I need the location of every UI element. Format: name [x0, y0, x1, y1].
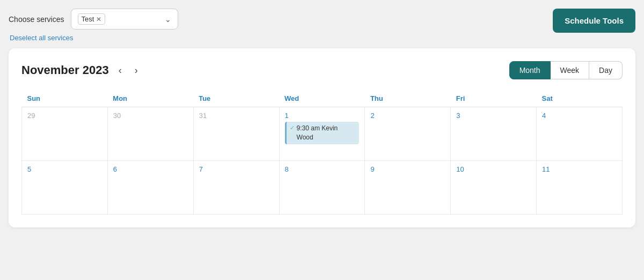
calendar-event[interactable]: ✓9:30 am Kevin Wood: [285, 122, 360, 144]
calendar-day-cell[interactable]: 6: [107, 161, 193, 215]
calendar-day-cell[interactable]: 5: [22, 161, 108, 215]
month-view-button[interactable]: Month: [509, 61, 551, 79]
top-bar: Choose services Test ✕ ⌄ Deselect all se…: [9, 9, 635, 42]
calendar-container: November 2023 ‹ › Month Week Day Sun Mon…: [9, 48, 635, 227]
day-number: 4: [542, 112, 617, 120]
calendar-day-cell[interactable]: 31: [193, 107, 279, 161]
calendar-grid: Sun Mon Tue Wed Thu Fri Sat 2930311✓9:30…: [21, 90, 623, 215]
calendar-day-cell[interactable]: 3: [451, 107, 537, 161]
top-left: Choose services Test ✕ ⌄ Deselect all se…: [9, 9, 178, 42]
col-fri: Fri: [451, 90, 537, 107]
day-number: 9: [370, 165, 445, 173]
calendar-day-cell[interactable]: 8: [279, 161, 365, 215]
day-number: 3: [456, 112, 531, 120]
view-toggle: Month Week Day: [509, 61, 623, 79]
event-label: 9:30 am Kevin Wood: [297, 124, 356, 142]
deselect-all-link[interactable]: Deselect all services: [10, 34, 178, 42]
day-number: 7: [199, 165, 274, 173]
col-mon: Mon: [107, 90, 193, 107]
col-sun: Sun: [22, 90, 108, 107]
day-number: 10: [456, 165, 531, 173]
day-number: 29: [27, 112, 102, 120]
service-select-left: Test ✕: [78, 13, 106, 25]
calendar-day-cell[interactable]: 7: [193, 161, 279, 215]
calendar-day-cell[interactable]: 30: [107, 107, 193, 161]
calendar-title-group: November 2023 ‹ ›: [21, 63, 141, 77]
calendar-day-cell[interactable]: 29: [22, 107, 108, 161]
calendar-day-cell[interactable]: 1✓9:30 am Kevin Wood: [279, 107, 365, 161]
schedule-tools-button[interactable]: Schedule Tools: [553, 9, 635, 33]
col-wed: Wed: [279, 90, 365, 107]
col-tue: Tue: [193, 90, 279, 107]
choose-services-label: Choose services: [9, 15, 64, 24]
col-thu: Thu: [365, 90, 451, 107]
calendar-day-cell[interactable]: 4: [537, 107, 623, 161]
day-view-button[interactable]: Day: [589, 61, 623, 79]
service-tag: Test ✕: [78, 13, 106, 25]
day-number: 30: [113, 112, 188, 120]
calendar-title: November 2023: [21, 63, 109, 77]
calendar-header-row: Sun Mon Tue Wed Thu Fri Sat: [22, 90, 623, 107]
service-select-dropdown[interactable]: Test ✕ ⌄: [71, 9, 178, 30]
calendar-header: November 2023 ‹ › Month Week Day: [21, 61, 623, 79]
day-number: 2: [370, 112, 445, 120]
event-check-icon: ✓: [290, 124, 295, 131]
calendar-week-row: 2930311✓9:30 am Kevin Wood234: [22, 107, 623, 161]
calendar-week-row: 567891011: [22, 161, 623, 215]
day-number: 31: [199, 112, 274, 120]
day-number: 1: [285, 112, 360, 120]
chevron-down-icon: ⌄: [165, 15, 171, 24]
choose-services-row: Choose services Test ✕ ⌄: [9, 9, 178, 30]
day-number: 5: [27, 165, 102, 173]
service-tag-label: Test: [82, 15, 94, 23]
week-view-button[interactable]: Week: [551, 61, 590, 79]
calendar-day-cell[interactable]: 9: [365, 161, 451, 215]
day-number: 11: [542, 165, 617, 173]
service-tag-close[interactable]: ✕: [96, 16, 101, 23]
calendar-day-cell[interactable]: 11: [537, 161, 623, 215]
col-sat: Sat: [537, 90, 623, 107]
prev-month-button[interactable]: ‹: [115, 64, 125, 76]
day-number: 8: [285, 165, 360, 173]
calendar-day-cell[interactable]: 10: [451, 161, 537, 215]
day-number: 6: [113, 165, 188, 173]
calendar-day-cell[interactable]: 2: [365, 107, 451, 161]
next-month-button[interactable]: ›: [131, 64, 141, 76]
